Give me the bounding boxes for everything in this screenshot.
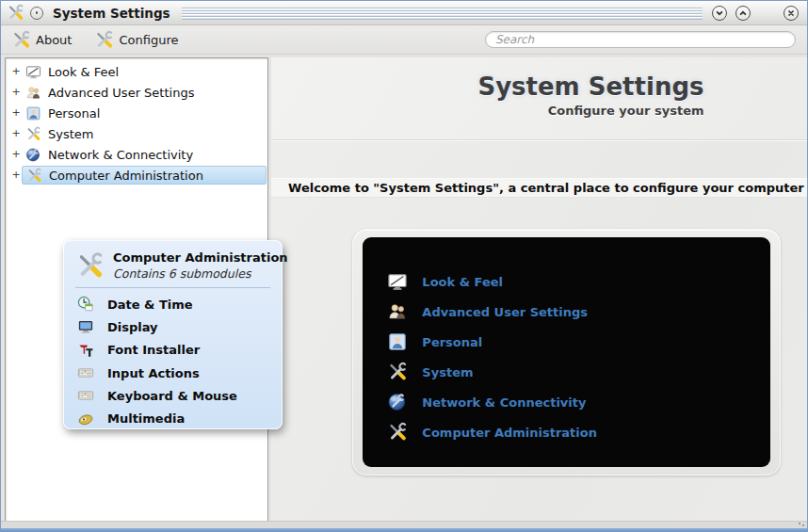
network-icon bbox=[25, 147, 41, 163]
popup-subtitle: Contains 6 submodules bbox=[113, 266, 288, 281]
main-panel: System Settings Configure your system We… bbox=[271, 57, 808, 522]
overview-item-personal[interactable]: Personal bbox=[387, 327, 770, 357]
popup-item-label: Font Installer bbox=[107, 343, 200, 357]
titlebar: System Settings bbox=[1, 1, 807, 25]
popup-item-font-installer[interactable]: Font Installer bbox=[64, 339, 282, 362]
date-time-icon bbox=[77, 296, 94, 313]
overview-item-label: Look & Feel bbox=[422, 275, 503, 289]
popup-item-input-actions[interactable]: Input Actions bbox=[64, 362, 282, 384]
sidebar-item-label: Look & Feel bbox=[48, 65, 119, 79]
expander-plus-icon[interactable]: + bbox=[10, 108, 22, 118]
overview-item-label: Advanced User Settings bbox=[422, 305, 588, 319]
network-icon bbox=[387, 392, 408, 412]
popup-item-label: Keyboard & Mouse bbox=[107, 389, 237, 403]
about-button-label: About bbox=[36, 33, 72, 47]
titlebar-grip-lines bbox=[182, 8, 703, 20]
sidebar-item-network-connectivity[interactable]: + Network & Connectivity bbox=[6, 144, 267, 165]
advanced-user-settings-icon bbox=[387, 301, 408, 322]
sidebar-item-system[interactable]: + System bbox=[6, 123, 267, 144]
system-tools-icon bbox=[387, 362, 408, 382]
personal-icon bbox=[387, 331, 408, 352]
overview-item-look-and-feel[interactable]: Look & Feel bbox=[387, 266, 770, 297]
overview-item-label: Personal bbox=[422, 335, 482, 349]
look-and-feel-icon bbox=[387, 271, 408, 292]
overview-item-advanced-user-settings[interactable]: Advanced User Settings bbox=[387, 297, 770, 327]
popup-item-multimedia[interactable]: Multimedia bbox=[64, 407, 282, 429]
font-installer-icon bbox=[77, 342, 94, 359]
popup-item-keyboard-mouse[interactable]: Keyboard & Mouse bbox=[64, 384, 282, 407]
overview-item-label: Computer Administration bbox=[422, 426, 597, 440]
popup-title: Computer Administration bbox=[113, 250, 288, 265]
close-button[interactable] bbox=[784, 6, 799, 21]
overview-item-label: Network & Connectivity bbox=[422, 395, 586, 410]
popup-header: Computer Administration Contains 6 submo… bbox=[64, 241, 282, 281]
popup-item-date-time[interactable]: Date & Time bbox=[64, 293, 282, 315]
sidebar-item-label: Advanced User Settings bbox=[48, 86, 194, 100]
popup-item-label: Date & Time bbox=[107, 298, 193, 312]
overview-frame: Look & Feel Advanced User Settings Perso… bbox=[352, 229, 781, 476]
computer-administration-icon bbox=[26, 168, 42, 184]
sidebar-item-label: Network & Connectivity bbox=[48, 148, 193, 162]
expander-plus-icon[interactable]: + bbox=[10, 129, 22, 138]
window-title: System Settings bbox=[53, 6, 170, 21]
overview-item-computer-administration[interactable]: Computer Administration bbox=[387, 417, 770, 447]
welcome-strip: Welcome to "System Settings", a central … bbox=[271, 178, 808, 198]
popup-divider bbox=[75, 287, 270, 288]
popup-item-label: Multimedia bbox=[107, 411, 185, 426]
multimedia-icon bbox=[77, 411, 94, 427]
about-button[interactable]: About bbox=[8, 28, 75, 52]
configure-button-label: Configure bbox=[119, 33, 178, 47]
computer-administration-icon bbox=[387, 422, 408, 443]
close-icon bbox=[787, 9, 795, 17]
sidebar-item-personal[interactable]: + Personal bbox=[6, 103, 267, 123]
overview-item-label: System bbox=[422, 365, 473, 379]
overview-item-system[interactable]: System bbox=[387, 357, 770, 387]
advanced-user-settings-icon bbox=[25, 85, 41, 101]
chevron-down-icon bbox=[716, 9, 723, 17]
sidebar-item-label: Personal bbox=[48, 106, 100, 121]
page-title: System Settings bbox=[271, 73, 704, 101]
welcome-text: Welcome to "System Settings", a central … bbox=[288, 181, 808, 195]
popup-item-display[interactable]: Display bbox=[64, 315, 282, 338]
category-tooltip-popup: Computer Administration Contains 6 submo… bbox=[63, 240, 283, 429]
window-border bbox=[1, 528, 807, 532]
page-subtitle: Configure your system bbox=[271, 104, 704, 118]
system-settings-window: System Settings About Configure bbox=[0, 0, 808, 532]
look-and-feel-icon bbox=[25, 64, 41, 80]
chevron-up-icon bbox=[739, 9, 747, 17]
sidebar-item-look-and-feel[interactable]: + Look & Feel bbox=[6, 61, 267, 82]
popup-item-label: Display bbox=[107, 320, 158, 334]
window-menu-icon[interactable] bbox=[30, 7, 43, 20]
expander-plus-icon[interactable]: + bbox=[10, 88, 22, 97]
computer-administration-icon bbox=[75, 251, 105, 281]
personal-icon bbox=[25, 105, 41, 121]
maximize-button[interactable] bbox=[735, 6, 751, 21]
overview-black-panel: Look & Feel Advanced User Settings Perso… bbox=[363, 237, 770, 467]
header-banner: System Settings Configure your system bbox=[271, 57, 808, 140]
content-area: + Look & Feel + Advanced User Settings +… bbox=[1, 55, 807, 522]
search-input[interactable] bbox=[485, 31, 796, 48]
overview-item-network-connectivity[interactable]: Network & Connectivity bbox=[387, 387, 770, 417]
app-tools-icon bbox=[7, 4, 24, 22]
window-bottom-strip bbox=[1, 521, 807, 528]
configure-button[interactable]: Configure bbox=[90, 28, 182, 52]
sidebar-item-advanced-user-settings[interactable]: + Advanced User Settings bbox=[6, 82, 267, 103]
expander-plus-icon[interactable]: + bbox=[10, 150, 22, 159]
system-tools-icon bbox=[25, 126, 41, 142]
minimize-button[interactable] bbox=[712, 6, 727, 21]
keyboard-mouse-icon bbox=[77, 387, 94, 404]
input-actions-icon bbox=[77, 364, 94, 381]
sidebar-item-computer-administration[interactable]: + Computer Administration bbox=[6, 165, 267, 185]
expander-plus-icon[interactable]: + bbox=[10, 67, 22, 76]
toolbar: About Configure bbox=[1, 25, 807, 55]
sidebar-item-label: Computer Administration bbox=[49, 169, 203, 183]
about-tools-icon bbox=[11, 30, 31, 50]
sidebar-item-label: System bbox=[48, 127, 93, 141]
expander-plus-icon[interactable]: + bbox=[10, 170, 22, 180]
popup-item-label: Input Actions bbox=[107, 366, 200, 380]
configure-wrench-icon bbox=[94, 30, 114, 50]
display-icon bbox=[77, 318, 94, 335]
resize-grip[interactable] bbox=[798, 522, 805, 527]
